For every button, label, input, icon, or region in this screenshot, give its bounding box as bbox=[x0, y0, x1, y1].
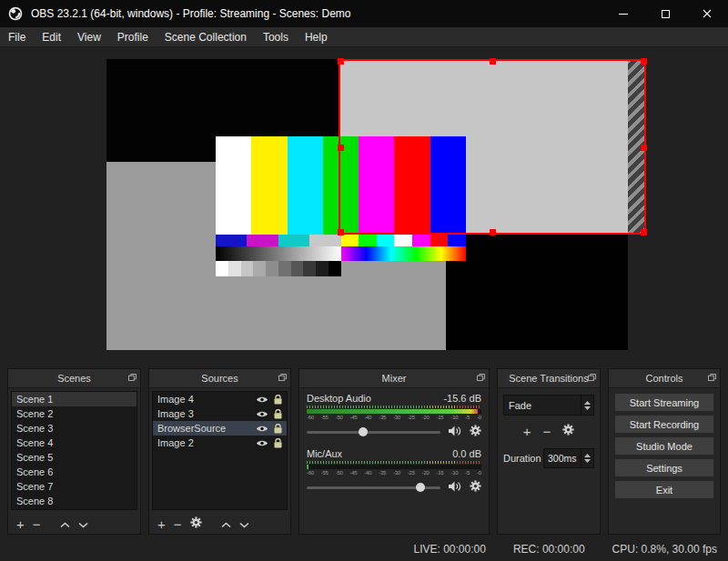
volume-slider-handle[interactable] bbox=[359, 427, 368, 436]
menu-item-scene-collection[interactable]: Scene Collection bbox=[157, 27, 255, 47]
lock-icon[interactable] bbox=[274, 424, 282, 434]
obs-logo-icon bbox=[8, 6, 23, 21]
sources-panel-header[interactable]: Sources bbox=[149, 369, 290, 388]
transition-properties-button[interactable] bbox=[562, 423, 574, 439]
scene-item[interactable]: Scene 2 bbox=[12, 406, 136, 421]
remove-source-button[interactable]: − bbox=[174, 518, 182, 530]
selection-handle[interactable] bbox=[490, 58, 496, 65]
volume-slider-handle[interactable] bbox=[416, 483, 425, 492]
volume-slider[interactable] bbox=[307, 431, 440, 434]
lock-icon[interactable] bbox=[274, 438, 282, 448]
scenes-list: Scene 1 Scene 2 Scene 3 Scene 4 Scene 5 … bbox=[11, 391, 137, 510]
selection-handle[interactable] bbox=[338, 229, 344, 235]
menu-item-edit[interactable]: Edit bbox=[34, 27, 69, 47]
sources-list: Image 4 Image 3 BrowserSource bbox=[152, 391, 288, 510]
selection-handle[interactable] bbox=[338, 145, 344, 151]
source-item[interactable]: Image 3 bbox=[153, 406, 287, 421]
mixer-channel-mic-aux: Mic/Aux 0.0 dB -60-55-50-45-40-35-30-25-… bbox=[307, 448, 481, 496]
meter-ticks bbox=[307, 406, 481, 408]
gear-icon bbox=[470, 425, 481, 436]
audio-settings-button[interactable] bbox=[470, 424, 481, 440]
maximize-button[interactable] bbox=[644, 0, 686, 27]
float-panel-icon[interactable] bbox=[477, 374, 485, 381]
visibility-icon[interactable] bbox=[256, 396, 268, 404]
mixer-panel-header[interactable]: Mixer bbox=[299, 369, 489, 388]
selection-handle[interactable] bbox=[641, 58, 647, 65]
exit-button[interactable]: Exit bbox=[614, 480, 714, 499]
float-panel-icon[interactable] bbox=[708, 374, 716, 381]
lock-icon[interactable] bbox=[274, 409, 282, 419]
selection-handle[interactable] bbox=[338, 58, 344, 65]
scene-item[interactable]: Scene 3 bbox=[12, 421, 136, 436]
sources-toolbar: + − bbox=[152, 510, 288, 532]
add-source-button[interactable]: + bbox=[157, 518, 166, 530]
remove-transition-button[interactable]: − bbox=[543, 426, 551, 437]
mute-button[interactable] bbox=[448, 479, 462, 496]
start-streaming-button[interactable]: Start Streaming bbox=[614, 393, 714, 412]
menu-item-view[interactable]: View bbox=[69, 27, 109, 47]
scenes-panel: Scenes Scene 1 Scene 2 Scene 3 Scene 4 S… bbox=[7, 368, 141, 535]
selection-box[interactable] bbox=[339, 59, 646, 235]
scene-item[interactable]: Scene 6 bbox=[12, 465, 136, 479]
scene-item[interactable]: Scene 8 bbox=[12, 494, 136, 508]
settings-button[interactable]: Settings bbox=[614, 458, 714, 477]
float-panel-icon[interactable] bbox=[128, 374, 136, 381]
add-scene-button[interactable]: + bbox=[16, 518, 25, 530]
controls-panel-header[interactable]: Controls bbox=[609, 369, 720, 388]
mute-button[interactable] bbox=[448, 424, 462, 440]
scene-transitions-panel: Scene Transitions Fade + − Dura bbox=[497, 368, 601, 535]
source-properties-button[interactable] bbox=[190, 516, 202, 532]
volume-slider[interactable] bbox=[307, 486, 440, 489]
float-panel-icon[interactable] bbox=[278, 374, 287, 381]
visibility-icon[interactable] bbox=[256, 410, 268, 418]
selection-handle[interactable] bbox=[641, 229, 647, 235]
black-region bbox=[446, 235, 628, 350]
preview-canvas[interactable] bbox=[106, 59, 628, 350]
controls-panel: Controls Start Streaming Start Recording… bbox=[608, 368, 721, 535]
db-scale: -60-55-50-45-40-35-30-25-20-15-10-5-0 bbox=[307, 470, 481, 476]
source-down-button[interactable] bbox=[239, 516, 249, 532]
scene-item[interactable]: Scene 7 bbox=[12, 479, 136, 494]
source-item[interactable]: Image 2 bbox=[153, 436, 287, 450]
transition-select[interactable]: Fade bbox=[503, 395, 594, 416]
chevron-down-icon bbox=[239, 522, 249, 528]
source-up-button[interactable] bbox=[221, 516, 231, 532]
duration-arrows[interactable] bbox=[581, 449, 593, 467]
window-title: OBS 23.2.1 (64-bit, windows) - Profile: … bbox=[31, 7, 350, 20]
menu-item-help[interactable]: Help bbox=[297, 27, 336, 47]
controls-panel-title: Controls bbox=[646, 373, 683, 384]
close-button[interactable] bbox=[686, 0, 728, 27]
source-item[interactable]: Image 4 bbox=[153, 392, 287, 406]
selection-handle[interactable] bbox=[641, 145, 647, 151]
scene-item[interactable]: Scene 4 bbox=[12, 436, 136, 450]
studio-mode-button[interactable]: Studio Mode bbox=[614, 436, 714, 456]
volume-meter bbox=[307, 409, 481, 414]
scenes-panel-header[interactable]: Scenes bbox=[8, 369, 140, 388]
start-recording-button[interactable]: Start Recording bbox=[614, 415, 714, 434]
menu-item-profile[interactable]: Profile bbox=[109, 27, 157, 47]
add-transition-button[interactable]: + bbox=[523, 426, 531, 437]
scene-down-button[interactable] bbox=[78, 516, 88, 532]
duration-input[interactable]: 300ms bbox=[543, 448, 594, 468]
visibility-icon[interactable] bbox=[256, 425, 268, 433]
combo-arrows[interactable] bbox=[581, 396, 593, 415]
visibility-icon[interactable] bbox=[256, 439, 268, 447]
mixer-channel-desktop-audio: Desktop Audio -15.6 dB -60-55-50-45-40-3… bbox=[307, 393, 481, 440]
source-name: Image 2 bbox=[157, 437, 256, 448]
menu-item-file[interactable]: File bbox=[0, 27, 34, 47]
title-bar: OBS 23.2.1 (64-bit, windows) - Profile: … bbox=[0, 0, 728, 27]
lock-icon[interactable] bbox=[274, 395, 282, 405]
duration-label: Duration bbox=[503, 453, 541, 464]
source-item[interactable]: BrowserSource bbox=[153, 421, 287, 436]
transitions-panel-header[interactable]: Scene Transitions bbox=[498, 369, 600, 388]
audio-settings-button[interactable] bbox=[470, 479, 481, 496]
menu-item-tools[interactable]: Tools bbox=[255, 27, 297, 47]
minimize-button[interactable] bbox=[602, 0, 644, 27]
remove-scene-button[interactable]: − bbox=[33, 518, 41, 530]
mixer-panel-title: Mixer bbox=[382, 373, 407, 384]
scene-up-button[interactable] bbox=[60, 516, 70, 532]
float-panel-icon[interactable] bbox=[588, 374, 596, 381]
selection-handle[interactable] bbox=[490, 229, 496, 235]
scene-item[interactable]: Scene 5 bbox=[12, 450, 136, 465]
scene-item[interactable]: Scene 1 bbox=[12, 392, 136, 406]
